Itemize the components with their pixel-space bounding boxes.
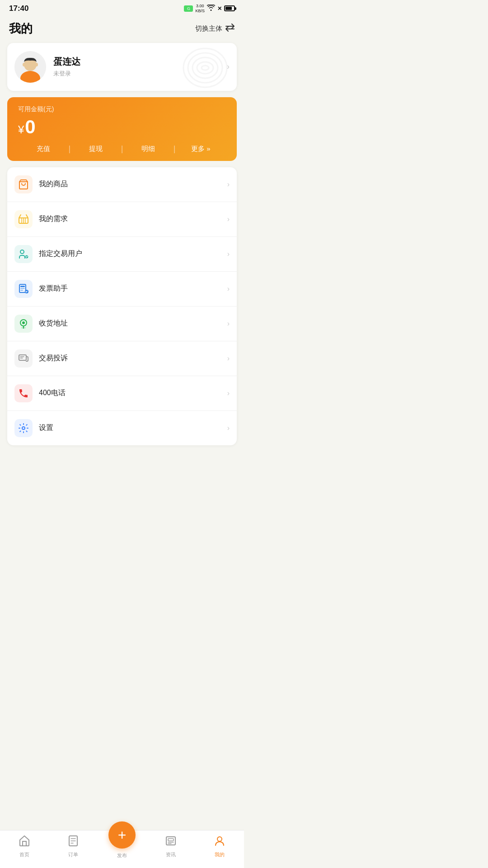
balance-value: 0: [25, 116, 35, 138]
svg-point-8: [197, 62, 213, 74]
menu-item-address[interactable]: 收货地址 ›: [7, 307, 237, 341]
svg-rect-18: [20, 286, 25, 287]
arrow-icon: ›: [227, 180, 230, 189]
arrow-icon: ›: [227, 250, 230, 258]
watermark-icon: [183, 47, 228, 94]
switch-label: 切换主体: [195, 24, 222, 33]
status-icons: G 3.00 KB/S ✕: [184, 4, 235, 14]
switch-icon: [225, 24, 235, 34]
menu-item-my-demand[interactable]: 我的需求 ›: [7, 202, 237, 237]
menu-label-invoice: 发票助手: [39, 284, 227, 293]
arrow-icon: ›: [227, 285, 230, 293]
svg-point-3: [23, 63, 25, 66]
menu-label-complaint: 交易投诉: [39, 354, 227, 363]
green-dot-icon: G: [184, 5, 193, 12]
balance-card: 可用金额(元) ¥ 0 充值 | 提现 | 明细 | 更多 »: [7, 97, 237, 161]
phone-icon: [14, 384, 33, 402]
status-time: 17:40: [9, 4, 28, 13]
menu-item-invoice[interactable]: 发票助手 ›: [7, 272, 237, 307]
svg-point-7: [192, 57, 218, 78]
net-speed: 3.00 KB/S: [195, 4, 205, 14]
avatar: [14, 51, 46, 83]
switch-entity-button[interactable]: 切换主体: [195, 24, 235, 34]
menu-label-phone: 400电话: [39, 388, 227, 398]
status-bar: 17:40 G 3.00 KB/S ✕: [0, 0, 244, 16]
menu-label-settings: 设置: [39, 423, 227, 433]
menu-item-complaint[interactable]: 交易投诉 ›: [7, 341, 237, 376]
arrow-icon: ›: [227, 354, 230, 363]
user-check-icon: [14, 245, 33, 263]
withdraw-button[interactable]: 提现: [70, 145, 121, 153]
recharge-button[interactable]: 充值: [18, 145, 68, 153]
menu-label-designated-user: 指定交易用户: [39, 249, 227, 259]
wifi-icon: [207, 5, 215, 12]
balance-amount: ¥ 0: [18, 116, 226, 138]
menu-item-designated-user[interactable]: 指定交易用户 ›: [7, 237, 237, 272]
menu-item-my-goods[interactable]: 我的商品 ›: [7, 167, 237, 202]
bag-icon: [14, 175, 33, 193]
balance-actions: 充值 | 提现 | 明细 | 更多 »: [18, 144, 226, 154]
arrow-icon: ›: [227, 424, 230, 432]
svg-point-4: [35, 63, 38, 66]
profile-card[interactable]: 蛋连达 未登录 ›: [7, 43, 237, 91]
svg-point-15: [20, 250, 24, 254]
more-button[interactable]: 更多 »: [176, 145, 226, 153]
menu-item-phone[interactable]: 400电话 ›: [7, 376, 237, 411]
arrow-icon: ›: [227, 320, 230, 328]
svg-rect-19: [20, 288, 25, 289]
svg-point-24: [21, 327, 26, 328]
svg-rect-20: [20, 290, 23, 291]
arrow-icon: ›: [227, 389, 230, 397]
page-title: 我的: [9, 21, 33, 37]
location-icon: [14, 315, 33, 333]
svg-point-28: [22, 427, 25, 429]
balance-label: 可用金额(元): [18, 105, 226, 113]
battery-icon: [224, 5, 235, 11]
invoice-icon: [14, 280, 33, 298]
x-icon: ✕: [217, 5, 222, 12]
balance-symbol: ¥: [18, 123, 24, 136]
menu-list: 我的商品 › 我的需求 ›: [7, 167, 237, 445]
menu-item-settings[interactable]: 设置 ›: [7, 411, 237, 445]
basket-icon: [14, 210, 33, 228]
svg-rect-25: [19, 355, 26, 360]
arrow-icon: ›: [227, 215, 230, 223]
svg-point-9: [202, 66, 209, 70]
menu-label-my-goods: 我的商品: [39, 179, 227, 189]
gear-icon: [14, 419, 33, 437]
menu-label-my-demand: 我的需求: [39, 214, 227, 224]
menu-label-address: 收货地址: [39, 319, 227, 328]
page-header: 我的 切换主体: [0, 16, 244, 43]
detail-button[interactable]: 明细: [123, 145, 173, 153]
complaint-icon: [14, 349, 33, 368]
svg-point-23: [22, 321, 25, 324]
svg-point-5: [183, 48, 227, 87]
